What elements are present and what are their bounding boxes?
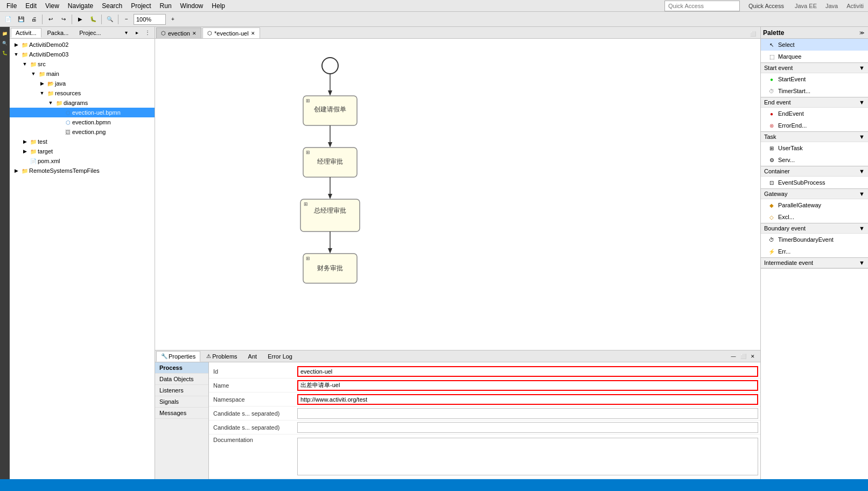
parallel-gateway-icon: ◆ [767,201,776,209]
toolbar-search[interactable]: 🔍 [104,13,116,25]
palette-item-marquee[interactable]: ⬚ Marquee [761,51,868,62]
center-area: ⬡ evection ✕ ⬡ *evection-uel ✕ ⬜ [155,27,760,479]
tree-label-resources: resources [55,90,81,96]
menu-view[interactable]: View [41,1,64,11]
tree-item-java[interactable]: ▶ 📂 java [10,79,155,88]
editor-tab-evection[interactable]: ⬡ evection ✕ [156,27,201,38]
menu-run[interactable]: Run [156,1,176,11]
tree-item-resources[interactable]: ▼ 📁 resources [10,88,155,98]
props-input-candidate1[interactable] [297,408,758,419]
tree-item-main[interactable]: ▼ 📁 main [10,69,155,79]
sidebar-tab-projec[interactable]: Projec... [74,28,106,38]
palette-section-boundary-header[interactable]: Boundary event ▼ [761,223,868,234]
palette-item-error-boundary[interactable]: ⚡ Err... [761,246,868,257]
sidebar-expand-all[interactable]: ▸ [132,28,142,38]
menu-navigate[interactable]: Navigate [64,1,97,11]
menu-help[interactable]: Help [207,1,229,11]
menu-window[interactable]: Window [176,1,208,11]
task4-label: 财务审批 [317,264,343,272]
tree-item-activitidemo02[interactable]: ▶ 📁 ActivitiDemo02 [10,40,155,50]
palette-collapse[interactable]: ≫ [857,29,866,37]
menu-search[interactable]: Search [97,1,127,11]
toolbar-undo[interactable]: ↩ [45,13,57,25]
tree-item-test[interactable]: ▶ 📁 test [10,137,155,146]
palette-item-timer-start[interactable]: ⏱ TimerStart... [761,85,868,97]
props-input-name[interactable] [297,380,758,391]
editor-maximize[interactable]: ⬜ [748,30,757,38]
toolbar-zoom-in[interactable]: + [167,13,179,25]
palette-section-task-header[interactable]: Task ▼ [761,132,868,142]
left-icon-debug[interactable]: 🐛 [1,48,9,57]
left-icon-explorer[interactable]: 📁 [1,29,9,38]
toolbar-zoom-input[interactable] [134,14,166,25]
palette-item-event-sub-process[interactable]: ⊡ EventSubProcess [761,177,868,188]
toolbar-debug[interactable]: 🐛 [87,13,99,25]
tree-item-evection-png[interactable]: 🖼 evection.png [10,127,155,137]
palette-item-select[interactable]: ↖ Select [761,39,868,51]
palette-item-start-event[interactable]: ● StartEvent [761,73,868,85]
palette-item-parallel-gateway[interactable]: ◆ ParallelGateway [761,199,868,211]
props-tab-properties[interactable]: 🔧 Properties [156,351,200,362]
props-tab-ant[interactable]: Ant [243,351,262,362]
props-nav-signals[interactable]: Signals [155,396,208,408]
props-textarea-documentation[interactable] [297,438,758,475]
palette-item-error-end[interactable]: ⊗ ErrorEnd... [761,120,868,131]
tree-item-remotesystems[interactable]: ▶ 📁 RemoteSystemsTempFiles [10,166,155,176]
menu-edit[interactable]: Edit [21,1,41,11]
perspective-java-ee[interactable]: Java EE [793,2,819,10]
editor-tab-evection-uel-close[interactable]: ✕ [251,31,255,36]
props-nav-data-objects[interactable]: Data Objects [155,374,208,385]
sidebar-tab-packa[interactable]: Packa... [43,28,74,38]
tree-label-target: target [38,148,53,155]
props-maximize[interactable]: ⬜ [739,352,747,361]
props-tab-errorlog[interactable]: Error Log [263,351,297,362]
task3-shape[interactable] [300,199,360,232]
toolbar-run[interactable]: ▶ [74,13,86,25]
diagram-canvas[interactable]: ⊞ 创建请假单 ⊞ 经理审批 ⊞ [155,39,760,350]
props-nav-process[interactable]: Process [155,362,208,374]
palette-item-timer-boundary[interactable]: ⏱ TimerBoundaryEvent [761,234,868,246]
props-input-candidate2[interactable] [297,422,758,433]
tree-item-pomxml[interactable]: 📄 pom.xml [10,156,155,166]
palette-section-gateway-header[interactable]: Gateway ▼ [761,189,868,199]
props-tab-problems[interactable]: ⚠ Problems [201,351,242,362]
sidebar-menu[interactable]: ⋮ [143,28,152,38]
props-nav-messages[interactable]: Messages [155,408,208,419]
tree-item-src[interactable]: ▼ 📁 src [10,59,155,69]
toolbar-new[interactable]: 📄 [2,13,14,25]
tree-item-activitidemo03[interactable]: ▼ 📁 ActivitiDemo03 [10,50,155,59]
sidebar-tab-activit[interactable]: Activit... [11,28,41,38]
palette-section-start-event-header[interactable]: Start event ▼ [761,63,868,73]
toolbar-zoom-out[interactable]: − [121,13,132,25]
palette-section-end-event-header[interactable]: End event ▼ [761,97,868,108]
menu-project[interactable]: Project [127,1,155,11]
palette-item-exclusive-gateway[interactable]: ◇ Excl... [761,211,868,223]
toolbar-redo[interactable]: ↪ [58,13,69,25]
quick-access-input[interactable] [664,1,740,11]
tree-item-diagrams[interactable]: ▼ 📁 diagrams [10,98,155,108]
props-minimize[interactable]: — [729,352,738,361]
props-input-id[interactable] [297,366,758,377]
left-icon-search[interactable]: 🔍 [1,39,9,47]
toolbar-print[interactable]: 🖨 [28,13,40,25]
editor-tab-evection-close[interactable]: ✕ [192,31,197,36]
props-close[interactable]: ✕ [748,352,757,361]
start-event-icon: ● [767,75,776,83]
perspective-activiti[interactable]: Activiti [844,2,866,10]
palette-item-end-event[interactable]: ● EndEvent [761,108,868,120]
props-input-namespace[interactable] [297,394,758,405]
tree-item-target[interactable]: ▶ 📁 target [10,146,155,156]
props-nav-listeners[interactable]: Listeners [155,385,208,396]
palette-item-user-task[interactable]: ⊞ UserTask [761,142,868,154]
palette-section-gateway-title: Gateway [764,191,787,197]
perspective-java[interactable]: Java [823,2,840,10]
tree-item-evection-uel-bpmn[interactable]: ⬡ evection-uel.bpmn [10,108,155,117]
palette-section-container-header[interactable]: Container ▼ [761,166,868,177]
menu-file[interactable]: File [2,1,21,11]
toolbar-save[interactable]: 💾 [15,13,27,25]
editor-tab-evection-uel[interactable]: ⬡ *evection-uel ✕ [202,27,260,38]
palette-section-intermediate-header[interactable]: Intermediate event ▼ [761,258,868,268]
tree-item-evection-bpmn[interactable]: ⬡ evection.bpmn [10,117,155,127]
palette-item-service-task[interactable]: ⚙ Serv... [761,154,868,166]
sidebar-collapse-all[interactable]: ▾ [121,28,131,38]
